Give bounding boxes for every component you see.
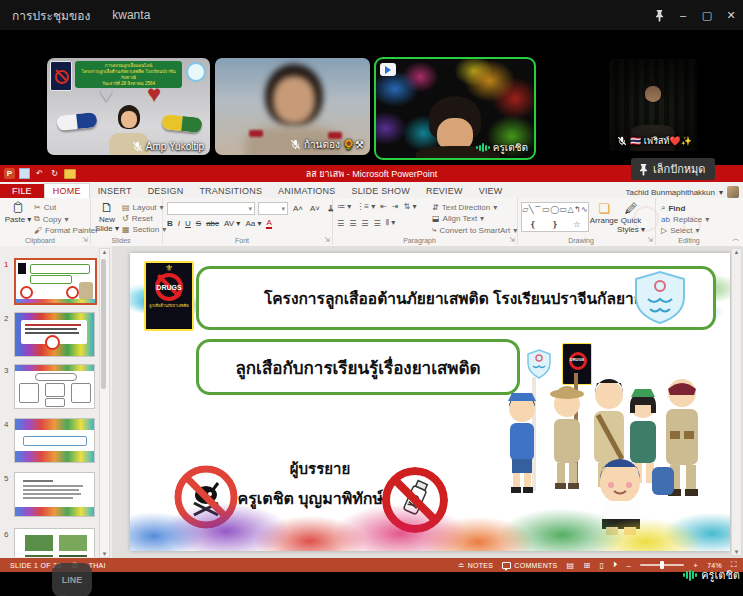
tab-transitions[interactable]: TRANSITIONS <box>191 184 270 198</box>
powerpoint-icon[interactable]: P <box>4 168 15 179</box>
character-spacing-button[interactable]: AV ▾ <box>224 219 240 228</box>
save-icon[interactable] <box>19 168 30 179</box>
slide-canvas[interactable]: ⚜ DRUGS ลูกเสือต้านภัยยาเสพติด โครงการลู… <box>130 253 730 551</box>
unpin-button[interactable]: เล็กปักหมุด <box>631 158 715 180</box>
tab-insert[interactable]: INSERT <box>90 184 140 198</box>
shrink-font-button[interactable]: A˅ <box>308 204 322 213</box>
copy-button[interactable]: ⧉Copy ▾ <box>34 214 98 224</box>
dialog-launcher-icon[interactable]: ⇲ <box>647 236 653 244</box>
tab-view[interactable]: VIEW <box>471 184 511 198</box>
tab-file[interactable]: FILE <box>0 184 44 198</box>
slide-thumbnail-3[interactable] <box>14 364 95 409</box>
align-center-button[interactable]: ☰ <box>349 219 356 228</box>
group-slides: 🗋︎ New Slide ▾ ▤Layout ▾ ↺Reset ▦Section… <box>90 198 163 245</box>
justify-button[interactable]: ☰ <box>374 219 381 228</box>
thumbnail-number: 1 <box>4 260 14 269</box>
slide-thumbnail-4[interactable] <box>14 418 95 463</box>
participant-tile-first[interactable]: 🇹🇭 เฟริสท์❤️✨ <box>609 59 697 151</box>
increase-indent-button[interactable]: ⇥ <box>392 202 399 211</box>
maximize-button[interactable]: ▢ <box>695 0 719 30</box>
drugs-logo-small <box>50 61 72 91</box>
notes-toggle[interactable]: ≐NOTES <box>458 561 494 570</box>
numbering-button[interactable]: ⋮≡ ▾ <box>356 202 375 211</box>
align-text-button[interactable]: ⬓Align Text ▾ <box>432 214 517 223</box>
quick-styles-button[interactable]: 🖉︎ Quick Styles ▾ <box>615 202 647 235</box>
section-button[interactable]: ▦Section ▾ <box>122 225 166 234</box>
zoom-out-icon[interactable]: – <box>626 561 631 570</box>
collapse-ribbon-icon[interactable]: ︿ <box>732 233 740 244</box>
dialog-launcher-icon[interactable]: ⇲ <box>82 236 88 244</box>
dialog-launcher-icon[interactable]: ⇲ <box>324 236 330 244</box>
italic-button[interactable]: I <box>178 219 180 228</box>
undo-icon[interactable]: ↶ <box>34 168 45 179</box>
open-folder-icon[interactable] <box>64 169 76 179</box>
participant-tile-kantong[interactable]: ก้านตอง 🌻⚒ <box>215 58 370 155</box>
slide-thumbnail-2[interactable] <box>14 312 95 357</box>
tab-animations[interactable]: ANIMATIONS <box>270 184 343 198</box>
slide-thumbnail-1[interactable] <box>14 258 97 305</box>
speaking-waveform-icon <box>476 143 490 152</box>
tab-slideshow[interactable]: SLIDE SHOW <box>343 184 418 198</box>
comments-toggle[interactable]: COMMENTS <box>502 562 557 569</box>
zoom-slider[interactable] <box>640 564 684 566</box>
thumbnail-number: 5 <box>4 474 14 483</box>
canvas-scrollbar[interactable]: ▲▼ <box>731 248 742 556</box>
quick-access-toolbar: P ↶ ↻ <box>4 168 76 179</box>
panel-scrollbar[interactable]: ▲▼ <box>99 248 110 558</box>
minimize-button[interactable]: – <box>671 0 695 30</box>
subscript-button[interactable]: abc <box>206 219 219 228</box>
underline-button[interactable]: U <box>185 219 191 228</box>
line-app-icon[interactable]: LINE <box>52 563 92 596</box>
bold-button[interactable]: B <box>167 219 173 228</box>
slide-thumbnail-6[interactable] <box>14 528 95 557</box>
grow-font-button[interactable]: A˄ <box>291 204 305 213</box>
paste-button[interactable]: 📋︎ Paste ▾ <box>4 201 32 225</box>
strikethrough-button[interactable]: S <box>196 219 201 228</box>
pin-icon[interactable] <box>647 0 671 30</box>
decrease-indent-button[interactable]: ⇤ <box>380 202 387 211</box>
group-paragraph: ≔ ▾ ⋮≡ ▾ ⇤ ⇥ ⇅ ▾ ☰ ☰ ☰ ☰ ⫴ ▾ ⇵Text Direc… <box>332 198 518 245</box>
cut-button[interactable]: ✂Cut <box>34 203 98 212</box>
group-label: Editing <box>655 237 723 244</box>
shapes-gallery[interactable]: ▱╲⌒▭◯▭ △↰∿❴❵☆ <box>521 202 589 232</box>
change-case-button[interactable]: Aa ▾ <box>245 219 261 228</box>
columns-button[interactable]: ⫴ ▾ <box>386 218 396 228</box>
normal-view-icon[interactable]: ▤ <box>567 561 575 570</box>
meeting-title: การประชุมของ <box>12 6 90 25</box>
account-avatar <box>727 186 739 198</box>
slideshow-icon[interactable]: ⏵ <box>613 560 617 570</box>
redo-icon[interactable]: ↻ <box>49 168 60 179</box>
new-slide-button[interactable]: 🗋︎ New Slide ▾ <box>92 201 122 234</box>
heart-decoration: ♥ <box>147 80 161 108</box>
font-name-select[interactable]: ▾ <box>167 202 255 215</box>
replace-button[interactable]: abReplace ▾ <box>661 215 709 224</box>
dialog-launcher-icon[interactable]: ⇲ <box>509 236 515 244</box>
tab-home[interactable]: HOME <box>44 183 90 198</box>
align-right-button[interactable]: ☰ <box>361 219 368 228</box>
no-drugs-icon: DRUGS <box>155 273 183 301</box>
slide-thumbnail-5[interactable] <box>14 472 95 517</box>
select-button[interactable]: ▷Select ▾ <box>661 226 709 235</box>
reading-view-icon[interactable]: ▯ <box>599 561 604 570</box>
group-clipboard: 📋︎ Paste ▾ ✂Cut ⧉Copy ▾ 🖌︎Format Painter… <box>0 198 91 245</box>
tab-review[interactable]: REVIEW <box>418 184 471 198</box>
slide-sorter-icon[interactable]: ⊞ <box>583 561 590 570</box>
bullets-button[interactable]: ≔ ▾ <box>337 202 351 211</box>
convert-smartart-button[interactable]: ⤷Convert to SmartArt ▾ <box>432 225 517 235</box>
account-menu[interactable]: Tachid Bunmaphithakkun▾ <box>626 186 743 198</box>
participant-tile-krutechit-active[interactable]: ครูเตชิต <box>374 57 536 160</box>
text-direction-button[interactable]: ⇵Text Direction ▾ <box>432 203 517 212</box>
participant-tile-amp[interactable]: การอบรมลูกเสือออนไลน์ โครงการลูกเสือต้าน… <box>47 58 210 155</box>
ribbon: 📋︎ Paste ▾ ✂Cut ⧉Copy ▾ 🖌︎Format Painter… <box>0 198 743 247</box>
font-size-select[interactable]: ▾ <box>258 202 288 215</box>
layout-button[interactable]: ▤Layout ▾ <box>122 203 166 212</box>
font-color-button[interactable]: A <box>266 218 271 229</box>
find-button[interactable]: ⌕Find <box>661 203 709 213</box>
align-left-button[interactable]: ☰ <box>337 219 344 228</box>
tab-design[interactable]: DESIGN <box>140 184 192 198</box>
group-font: ▾ ▾ A˄ A˅ 🧹︎ B I U S abc AV ▾ Aa ▾ A Fon… <box>162 198 333 245</box>
close-button[interactable]: ✕ <box>719 0 743 30</box>
format-painter-button[interactable]: 🖌︎Format Painter <box>34 226 98 235</box>
line-spacing-button[interactable]: ⇅ ▾ <box>404 202 417 211</box>
reset-button[interactable]: ↺Reset <box>122 214 166 223</box>
